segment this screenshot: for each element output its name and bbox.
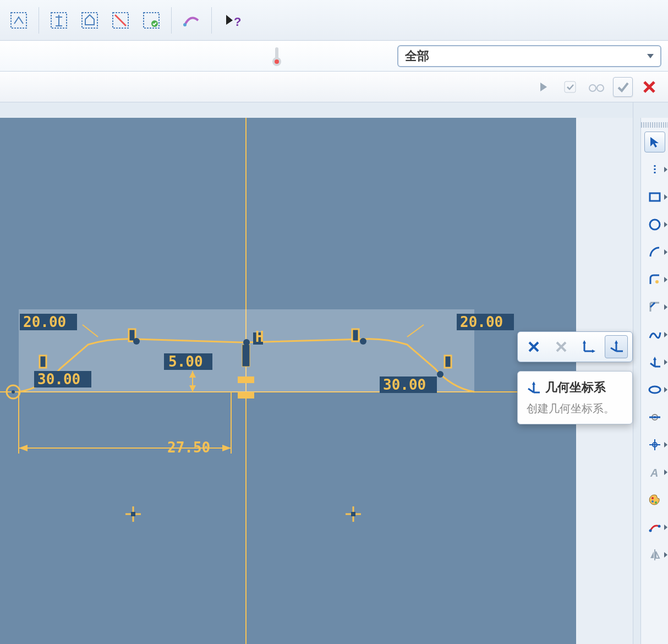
- svg-marker-75: [532, 381, 535, 385]
- flyout-indicator: [664, 222, 667, 227]
- play-button[interactable]: [534, 77, 554, 97]
- spline-tool[interactable]: [644, 324, 665, 345]
- top-toolbar: ?: [0, 0, 668, 41]
- svg-point-29: [437, 371, 443, 378]
- h-label: H: [255, 329, 264, 345]
- sidebar-gutter: [633, 102, 640, 644]
- flyout-indicator: [664, 277, 667, 282]
- select-arrow-tool[interactable]: [644, 132, 665, 152]
- tool-help-button[interactable]: ?: [217, 6, 246, 35]
- tooltip: 几何坐标系 创建几何坐标系。: [517, 371, 633, 424]
- sidebar-grip[interactable]: [641, 122, 669, 128]
- svg-marker-73: [592, 350, 595, 353]
- svg-point-6: [183, 23, 187, 26]
- action-bar: [0, 72, 668, 102]
- dim-label: 20.00: [460, 314, 503, 330]
- cancel-button[interactable]: [639, 77, 659, 97]
- ok-button[interactable]: [613, 77, 633, 97]
- flyout-indicator: [664, 332, 667, 337]
- svg-marker-46: [222, 445, 231, 451]
- flyout-indicator: [664, 552, 667, 558]
- separator: [211, 7, 212, 34]
- tool-d-button[interactable]: [106, 6, 135, 35]
- svg-rect-17: [238, 376, 254, 383]
- filter-dropdown[interactable]: 全部: [397, 45, 661, 67]
- svg-point-61: [654, 416, 656, 418]
- coordinate-flyout: [517, 331, 633, 362]
- tangent-line-tool[interactable]: [644, 407, 665, 428]
- ellipse-tool[interactable]: [644, 379, 665, 400]
- chamfer-tool[interactable]: [644, 297, 665, 318]
- tool-c-button[interactable]: [75, 6, 104, 35]
- constraint-tool[interactable]: [644, 517, 665, 538]
- axis-3d-option[interactable]: [605, 335, 628, 358]
- tool-b-button[interactable]: [45, 6, 73, 35]
- svg-rect-18: [238, 392, 254, 399]
- svg-point-10: [275, 59, 279, 64]
- fillet-tool[interactable]: [644, 269, 665, 290]
- palette-tool[interactable]: [644, 489, 665, 510]
- svg-point-69: [649, 530, 651, 532]
- svg-text:A: A: [650, 467, 658, 479]
- svg-point-56: [655, 280, 659, 283]
- point-tool[interactable]: [644, 159, 665, 180]
- centerline-tool[interactable]: [644, 434, 665, 455]
- svg-point-68: [655, 501, 657, 504]
- flyout-indicator: [664, 442, 667, 447]
- separator: [171, 7, 172, 34]
- dim-label: 5.00: [168, 353, 203, 370]
- canvas-header-strip: [0, 102, 668, 118]
- axis-2d-option[interactable]: [577, 335, 600, 358]
- thermometer-icon[interactable]: [269, 45, 285, 67]
- sketch-sidebar: A: [640, 118, 668, 644]
- flyout-indicator: [664, 525, 667, 530]
- dropdown-value: 全部: [405, 48, 429, 64]
- svg-point-13: [597, 85, 604, 91]
- svg-point-58: [649, 386, 660, 393]
- svg-point-12: [589, 85, 596, 91]
- flyout-indicator: [664, 304, 667, 310]
- dim-label: 30.00: [383, 376, 426, 393]
- arc-tool[interactable]: [644, 242, 665, 263]
- tooltip-description: 创建几何坐标系。: [527, 401, 623, 416]
- secondary-toolbar: 全部: [0, 41, 668, 72]
- mirror-tool[interactable]: [644, 544, 665, 565]
- dim-label: 30.00: [37, 371, 80, 388]
- tooltip-title-text: 几何坐标系: [545, 379, 606, 396]
- text-tool[interactable]: A: [644, 462, 665, 483]
- svg-point-55: [650, 220, 660, 230]
- svg-rect-51: [131, 512, 135, 516]
- tool-a-button[interactable]: [4, 6, 33, 35]
- circle-tool[interactable]: [644, 214, 665, 235]
- svg-rect-52: [351, 512, 355, 516]
- flyout-indicator: [664, 470, 667, 475]
- svg-marker-57: [653, 357, 656, 360]
- check-small-button[interactable]: [560, 77, 580, 97]
- svg-rect-22: [352, 329, 359, 341]
- sketch-canvas[interactable]: H 20.00 20.00 30.00: [0, 118, 576, 644]
- dim-label: 20.00: [23, 314, 66, 330]
- svg-rect-0: [11, 13, 26, 28]
- cross-marker-grey-option[interactable]: [550, 335, 573, 358]
- svg-point-31: [12, 390, 15, 394]
- tool-curve-button[interactable]: [177, 6, 206, 35]
- coordinate-system-tool[interactable]: [644, 352, 665, 373]
- svg-rect-54: [650, 193, 660, 201]
- svg-marker-45: [19, 445, 28, 451]
- rectangle-tool[interactable]: [644, 187, 665, 208]
- tool-e-button[interactable]: [137, 6, 166, 35]
- cross-marker-option[interactable]: [522, 335, 545, 358]
- svg-marker-72: [583, 340, 586, 343]
- svg-point-28: [360, 338, 366, 345]
- flyout-indicator: [664, 249, 667, 255]
- workspace: H 20.00 20.00 30.00: [0, 102, 668, 644]
- svg-rect-11: [565, 81, 576, 92]
- glasses-button[interactable]: [587, 77, 606, 97]
- svg-rect-19: [242, 345, 250, 367]
- svg-point-67: [651, 500, 654, 503]
- svg-rect-9: [275, 47, 278, 61]
- svg-point-26: [133, 338, 140, 345]
- separator: [39, 7, 39, 34]
- svg-point-66: [651, 497, 654, 499]
- svg-point-27: [243, 339, 250, 346]
